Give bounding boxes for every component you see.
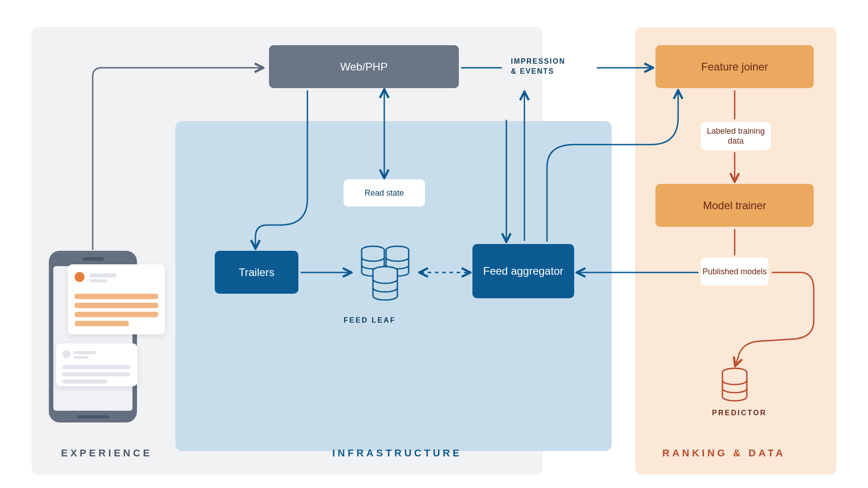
caption-predictor: PREDICTOR	[712, 409, 767, 417]
node-trailers: Trailers	[215, 251, 298, 294]
section-label-infrastructure: INFRASTRUCTURE	[332, 447, 462, 459]
section-label-experience: EXPERIENCE	[61, 447, 152, 459]
node-model-trainer: Model trainer	[656, 184, 814, 227]
caption-impression-events: IMPRESSION & EVENTS	[511, 56, 565, 77]
chip-labeled-training-data: Labeled training data	[701, 122, 771, 150]
caption-impression-line1: IMPRESSION	[511, 57, 565, 65]
node-feature-joiner: Feature joiner	[656, 45, 814, 88]
section-label-ranking: RANKING & DATA	[662, 447, 786, 459]
chip-published-models: Published models	[701, 258, 769, 286]
caption-feed-leaf: FEED LEAF	[344, 316, 396, 324]
chip-read-state: Read state	[344, 179, 425, 206]
caption-impression-line2: & EVENTS	[511, 67, 554, 75]
node-feed-aggregator: Feed aggregator	[472, 244, 574, 298]
panel-ranking-data	[635, 27, 836, 474]
node-web-php: Web/PHP	[269, 45, 459, 88]
